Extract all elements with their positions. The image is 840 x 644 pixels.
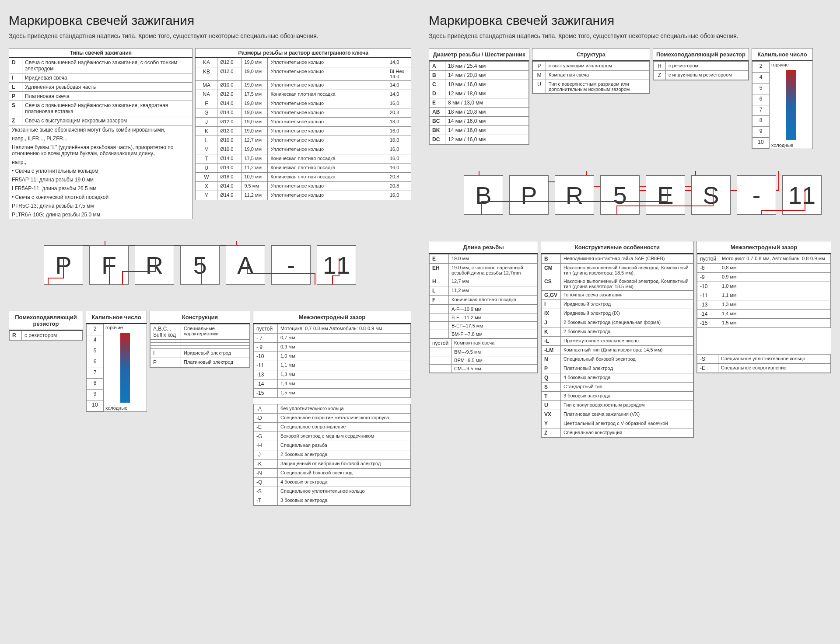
- table-row: -SСпециальное уплотнительное кольцо: [697, 355, 831, 364]
- table-cell: K: [196, 127, 217, 136]
- plug-types-table: Типы свечей зажигания DСвеча с повышенно…: [9, 48, 192, 219]
- table-row: -GБоковой электрод с медным сердечником: [254, 432, 411, 441]
- table-cell: Иридиевая свеча: [22, 73, 192, 83]
- table-cell: -H: [254, 441, 278, 450]
- resistor-block: Помехоподавляющий резистор Rс резистором…: [653, 48, 749, 80]
- table-row: MAØ10.019,0 ммУплотнительное кольцо14,0: [196, 81, 411, 90]
- table-cell: Платиновая свеча: [22, 92, 192, 101]
- table-cell: Боковой электрод с медным сердечником: [278, 432, 411, 441]
- table-cell: -D: [254, 414, 278, 423]
- table-row: BНеподвижная контактная гайка SAE (CR8EB…: [542, 254, 693, 264]
- table-cell: A-F---10.9 мм: [449, 305, 538, 313]
- table-cell: P: [542, 364, 561, 373]
- table-row: JØ12.019,0 ммУплотнительное кольцо18,0: [196, 118, 411, 127]
- table-cell: L: [9, 83, 22, 92]
- table-cell: 1,5 мм: [719, 319, 831, 328]
- table-cell: -T: [254, 496, 278, 505]
- table-row: -111,1 мм: [697, 291, 831, 300]
- table-cell: Ø14.0: [217, 191, 242, 200]
- table-row: -101,0 мм: [697, 282, 831, 291]
- table-cell: 18 мм / 25.4 мм: [445, 62, 529, 71]
- gap-header: Межэлектродный зазор: [697, 241, 831, 254]
- heat-number: 5: [752, 83, 770, 94]
- table-row: BPM--9.5 мм: [430, 356, 538, 365]
- table-cell: Bi-Hex 14.0: [387, 67, 411, 81]
- table-cell: B: [542, 254, 561, 264]
- table-cell: Платиновый электрод: [181, 358, 250, 367]
- table-row: UØ14.011,2 ммКоническая плотная посадка1…: [196, 164, 411, 173]
- page-title: Маркировка свечей зажигания: [9, 13, 411, 28]
- table-row: -131,3 мм: [254, 370, 411, 379]
- table-cell: 19,0 мм: [242, 99, 268, 108]
- table-cell: 19,0 мм: [242, 127, 268, 136]
- table-cell: H: [430, 277, 449, 286]
- table-cell: - 7: [254, 334, 278, 343]
- table-cell: 8 мм / 13,0 мм: [445, 98, 529, 108]
- heat-number: 9: [87, 390, 104, 400]
- table-cell: Q: [542, 373, 561, 383]
- table-cell: U: [196, 164, 217, 173]
- table-cell: 0,7 мм: [278, 334, 411, 343]
- table-cell: S: [542, 383, 561, 392]
- table-cell: 2 боковых электрода (специальная форма): [561, 318, 693, 327]
- table-row: KBØ12.019,0 ммУплотнительное кольцоBi-He…: [196, 67, 411, 81]
- table-row: YЦентральный электрод с V-образной насеч…: [542, 419, 693, 428]
- thread-length-header: Длина резьбы: [429, 241, 538, 254]
- table-cell: Y: [196, 191, 217, 200]
- table-cell: 18 мм / 20,8 мм: [445, 108, 529, 117]
- table-cell: J: [196, 118, 217, 127]
- table-cell: -14: [254, 379, 278, 389]
- table-cell: Ø18.0: [217, 173, 242, 182]
- table-cell: CM---9.5 мм: [452, 365, 538, 373]
- table-cell: Уплотнительное кольцо: [268, 118, 387, 127]
- thread-sizes-header: Размеры резьбы и раствор шестигранного к…: [196, 49, 411, 58]
- table-cell: Наклонно выполненный боковой электрод. К…: [561, 277, 693, 291]
- table-cell: 1,0 мм: [719, 282, 831, 291]
- top-tables: Типы свечей зажигания DСвеча с повышенно…: [9, 48, 411, 219]
- heat-number: 2: [87, 324, 104, 335]
- table-cell: 4 боковых электрода: [278, 478, 411, 487]
- code-letter-box: -: [737, 175, 776, 215]
- table-cell: BM-F --7.8 мм: [449, 330, 538, 338]
- table-row: пустойКомпактная свеча: [430, 339, 538, 348]
- bottom-tables: Длина резьбы E19.0 ммEH19.0 мм, с частич…: [429, 241, 831, 438]
- table-cell: [430, 356, 452, 365]
- table-row: SСвеча с повышенной надёжностью зажигани…: [9, 101, 192, 116]
- code-letter-box: -: [271, 245, 311, 285]
- resistor-header: Помехоподавляющий резистор: [653, 49, 749, 61]
- heat-cold-label: холодные: [770, 142, 812, 149]
- table-row: CSНаклонно выполненный боковой электрод.…: [542, 277, 693, 291]
- table-cell: Защищённый от вибрации боковой электрод: [278, 460, 411, 469]
- heat-number: 4: [87, 335, 104, 346]
- table-cell: -N: [254, 469, 278, 478]
- table-cell: B: [430, 71, 445, 80]
- thread-sizes-table: Размеры резьбы и раствор шестигранного к…: [195, 48, 411, 200]
- table-cell: BK: [430, 126, 445, 135]
- table-cell: [430, 305, 449, 313]
- table-cell: B-F---11.2 мм: [449, 313, 538, 322]
- heat-number: 4: [752, 72, 770, 83]
- table-cell: 10 мм / 16,0 мм: [445, 80, 529, 89]
- table-row: H12,7 мм: [430, 277, 538, 286]
- table-row: EH19.0 мм, с частично нарезанной резьбой…: [430, 264, 538, 277]
- table-cell: -S: [697, 355, 718, 364]
- table-row: CM---9.5 мм: [430, 365, 538, 373]
- table-row: LУдлинённая резьбовая часть: [9, 83, 192, 92]
- table-row: FКоническая плотная посадка: [430, 296, 538, 305]
- table-cell: Тип с полуповерхностным разрядом: [561, 401, 693, 410]
- table-cell: Уплотнительное кольцо: [268, 81, 387, 90]
- table-row: -131,3 мм: [697, 300, 831, 310]
- table-row: Q4 боковых электрода: [542, 373, 693, 383]
- table-row: -141,4 мм: [697, 310, 831, 319]
- table-row: D12 мм / 18,0 мм: [430, 89, 529, 98]
- table-row: Rс резистором: [10, 331, 83, 340]
- table-row: [150, 346, 250, 349]
- table-cell: Специальный боковой электрод: [561, 355, 693, 364]
- table-row: A-F---10.9 мм: [430, 305, 538, 313]
- table-cell: -E: [254, 423, 278, 432]
- table-cell: Гоночная свеча зажигания: [561, 291, 693, 300]
- table-cell: 0,8 мм: [719, 264, 831, 273]
- table-row: -EСпециальное сопротивление: [697, 364, 831, 373]
- table-cell: Уплотнительное кольцо: [268, 58, 387, 67]
- table-cell: Ø10.0: [217, 81, 242, 90]
